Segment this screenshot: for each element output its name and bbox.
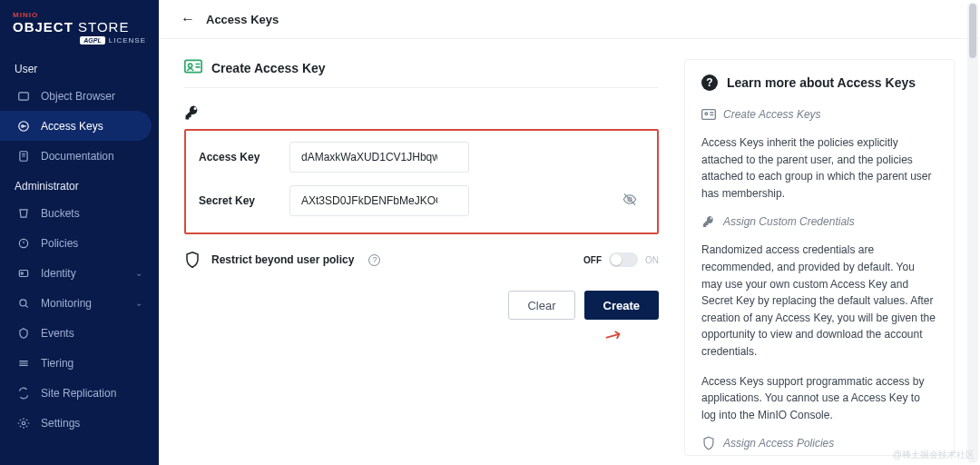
main-area: ← Access Keys Create Access Key Access K… [159,0,980,465]
annotation-arrow-icon: ↗ [600,321,626,350]
chevron-down-icon: ⌄ [135,298,142,308]
shield-icon [184,251,201,269]
secret-key-label: Secret Key [199,194,271,207]
sidebar-item-events[interactable]: Events [0,318,159,348]
sidebar-item-label: Settings [41,417,80,430]
toggle-off-label: OFF [583,255,602,265]
brand-tag: MINIO [13,11,146,19]
sidebar-item-object-browser[interactable]: Object Browser [0,81,159,111]
svg-point-6 [21,272,23,273]
license-text: LICENSE [109,36,146,45]
sidebar-item-label: Policies [41,237,78,250]
chevron-down-icon: ⌄ [135,268,142,278]
page-scrollbar[interactable] [967,2,978,463]
license-badge: AGPL [80,36,104,45]
info-sub-create: Create Access Keys [701,107,937,122]
info-p3: Access Keys support programmatic access … [701,373,937,424]
create-key-form: Create Access Key Access Key Secret Key [184,59,659,456]
svg-point-10 [189,64,192,67]
replication-icon [16,386,30,400]
topbar: ← Access Keys [159,0,980,39]
id-card-icon [184,59,202,76]
sidebar-item-tiering[interactable]: Tiering [0,348,159,378]
restrict-toggle[interactable] [609,252,638,267]
page-title: Access Keys [206,13,279,26]
sidebar-item-site-replication[interactable]: Site Replication [0,378,159,408]
key-circle-icon [16,119,30,133]
svg-point-8 [22,421,25,425]
sidebar-item-access-keys[interactable]: Access Keys [0,111,152,141]
brand-main: OBJECT STORE [13,19,146,35]
brand-block: MINIO OBJECT STORE AGPL LICENSE [0,0,159,54]
sidebar-item-label: Identity [41,267,76,280]
sidebar-item-documentation[interactable]: Documentation [0,141,159,171]
card-title: Create Access Key [211,61,326,75]
tiering-icon [16,356,30,370]
sidebar-item-buckets[interactable]: Buckets [0,198,159,228]
events-icon [16,326,30,340]
sidebar-item-label: Object Browser [41,90,115,103]
brand-sub: AGPL LICENSE [13,36,146,45]
info-p1: Access Keys inherit the policies explici… [701,134,937,202]
folder-icon [16,89,30,103]
watermark-text: @稀土掘金技术社区 [893,449,975,461]
policy-icon [16,236,30,250]
bucket-icon [16,206,30,220]
access-key-label: Access Key [199,151,271,163]
info-header: ? Learn more about Access Keys [701,74,937,91]
access-key-row: Access Key [199,142,644,173]
doc-icon [16,149,30,163]
sidebar-item-label: Tiering [41,357,74,370]
identity-icon [16,266,30,280]
secret-key-row: Secret Key [199,185,644,216]
sidebar-section-admin: Administrator [0,171,159,198]
sidebar-item-monitoring[interactable]: Monitoring ⌄ [0,288,159,318]
form-actions: Clear Create ↗ [184,291,659,320]
restrict-label: Restrict beyond user policy [211,253,354,266]
sidebar-item-label: Documentation [41,150,114,163]
secret-key-input[interactable] [289,185,469,216]
toggle-visibility-icon[interactable] [622,193,637,210]
info-panel: ? Learn more about Access Keys Create Ac… [684,59,955,456]
credentials-highlight-box: Access Key Secret Key [184,129,659,234]
info-p2: Randomized access credentials are recomm… [701,242,937,360]
create-button[interactable]: Create [584,291,659,320]
sidebar-item-policies[interactable]: Policies [0,228,159,258]
gear-icon [16,416,30,430]
svg-point-7 [19,299,25,305]
question-icon: ? [701,74,718,91]
clear-button[interactable]: Clear [508,291,574,320]
sidebar-item-label: Access Keys [41,120,103,133]
sidebar-item-label: Events [41,327,74,340]
sidebar-item-settings[interactable]: Settings [0,408,159,438]
back-arrow-icon[interactable]: ← [181,11,195,27]
sidebar-item-label: Site Replication [41,387,116,400]
card-header: Create Access Key [184,59,659,88]
sidebar-item-identity[interactable]: Identity ⌄ [0,258,159,288]
monitor-icon [16,296,30,310]
sidebar-item-label: Monitoring [41,297,92,310]
access-key-input[interactable] [289,142,469,173]
key-icon [184,104,659,124]
scroll-thumb[interactable] [969,4,976,58]
restrict-policy-row: Restrict beyond user policy ? OFF ON [184,251,659,269]
sidebar: MINIO OBJECT STORE AGPL LICENSE User Obj… [0,0,159,465]
svg-point-2 [21,124,23,126]
svg-rect-0 [18,92,28,99]
info-sub-credentials: Assign Custom Credentials [701,214,937,229]
content-row: Create Access Key Access Key Secret Key [159,39,980,465]
svg-point-13 [705,113,708,115]
toggle-on-label: ON [645,255,659,265]
restrict-toggle-block: OFF ON [583,252,659,267]
sidebar-section-user: User [0,54,159,81]
sidebar-item-label: Buckets [41,207,80,220]
info-title: Learn more about Access Keys [727,75,916,90]
help-icon[interactable]: ? [368,254,380,266]
